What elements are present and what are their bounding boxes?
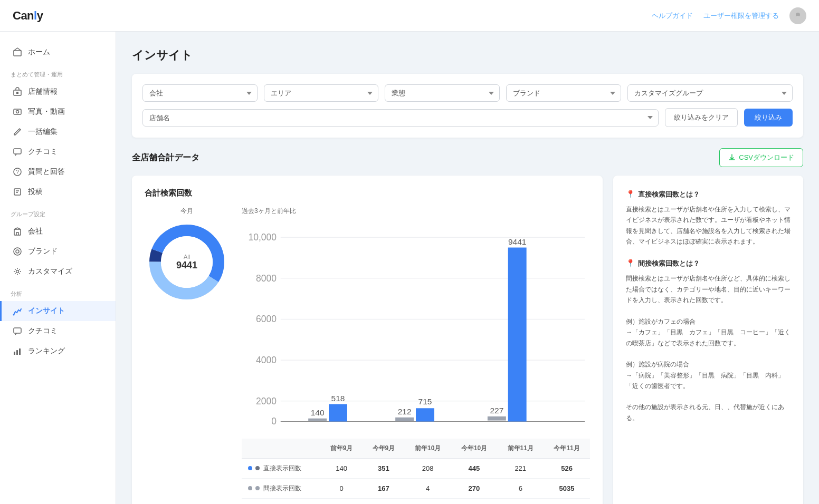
sidebar-ranking-label: ランキング — [28, 346, 65, 356]
sidebar-item-bulk-edit[interactable]: 一括編集 — [0, 122, 116, 142]
svg-text:212: 212 — [398, 407, 412, 416]
svg-text:715: 715 — [418, 397, 432, 406]
current-month-label: 今月 — [180, 207, 193, 216]
sidebar-item-posts[interactable]: 投稿 — [0, 182, 116, 202]
svg-text:2000: 2000 — [256, 396, 277, 406]
info-heading-direct-text: 直接検索回数とは？ — [638, 189, 700, 200]
col-header-prev-sep: 前年9月 — [320, 439, 363, 459]
sidebar-item-photo[interactable]: 写真・動画 — [0, 102, 116, 122]
layout: ホーム まとめて管理・運用 店舗情報 写真・動画 一括編集 — [0, 0, 819, 504]
donut-section: 今月 — [145, 207, 229, 304]
info-text-indirect: 間接検索とはユーザが店舗名や住所など、具体的に検索した場合ではなく、カテゴリーや… — [626, 273, 791, 391]
bar-chart-svg: 10,000 8000 6000 4000 2000 0 — [242, 222, 590, 427]
sidebar-item-qa[interactable]: ? 質問と回答 — [0, 162, 116, 182]
area-select[interactable]: エリア — [264, 84, 379, 102]
info-heading-indirect-text: 間接検索回数とは？ — [638, 258, 700, 269]
svg-rect-4 — [14, 109, 21, 114]
insights-icon — [12, 306, 23, 316]
dot-dark-1 — [255, 466, 260, 470]
info-panel: 📍 直接検索回数とは？ 直接検索とはユーザが店舗名や住所を入力して検索し、マイビ… — [613, 176, 803, 504]
svg-rect-22 — [19, 348, 21, 355]
help-link[interactable]: ヘルプガイド — [652, 11, 693, 21]
sidebar-company-label: 会社 — [28, 227, 43, 236]
sidebar-customize-label: カスタマイズ — [28, 267, 72, 276]
table-row: 直接表示回数 140 351 208 445 221 526 — [242, 459, 590, 479]
clear-filter-button[interactable]: 絞り込みをクリア — [665, 108, 738, 127]
gear-icon — [12, 266, 23, 277]
donut-chart: All 9441 — [145, 220, 229, 304]
svg-rect-19 — [14, 328, 21, 333]
company-select[interactable]: 会社 — [142, 84, 258, 102]
sidebar-reviews-analytics-label: クチコミ — [28, 326, 58, 336]
sidebar-brand-label: ブランド — [28, 247, 58, 256]
cell-r1-v3: 208 — [405, 459, 451, 479]
dot-light-1 — [248, 486, 252, 490]
qa-icon: ? — [12, 167, 23, 177]
chart-card: 合計検索回数 今月 — [132, 176, 603, 504]
sidebar-posts-label: 投稿 — [28, 187, 43, 197]
info-text-other: その他の施設が表示される元、日、、代替施が近くにある。 — [626, 402, 791, 423]
customize-group-select[interactable]: カスタマイズグループ — [627, 84, 793, 102]
ranking-icon — [12, 346, 23, 356]
svg-text:9441: 9441 — [508, 237, 527, 246]
download-icon — [728, 154, 736, 161]
filter-button[interactable]: 絞り込み — [744, 109, 793, 127]
filter-row-1: 会社 エリア 業態 ブランド カスタマイズグループ — [142, 84, 793, 102]
sidebar-item-customize[interactable]: カスタマイズ — [0, 261, 116, 282]
edit-icon — [12, 127, 23, 137]
cell-r2-v1: 0 — [320, 479, 363, 499]
main: インサイト 会社 エリア 業態 ブランド カスタマイズグループ — [116, 32, 819, 504]
svg-rect-6 — [14, 149, 21, 154]
sidebar-item-ranking[interactable]: ランキング — [0, 341, 116, 361]
building-icon — [12, 226, 23, 237]
data-area: 合計検索回数 今月 — [132, 176, 803, 504]
csv-download-button[interactable]: CSVダウンロード — [719, 148, 803, 167]
svg-text:6000: 6000 — [256, 314, 277, 324]
donut-all-label: All — [176, 254, 197, 260]
photo-icon — [12, 106, 23, 117]
svg-rect-50 — [488, 416, 506, 421]
cell-r2-v4: 270 — [451, 479, 498, 499]
info-section-direct: 📍 直接検索回数とは？ 直接検索とはユーザが店舗名や住所を入力して検索し、マイビ… — [626, 188, 791, 247]
svg-text:10,000: 10,000 — [249, 232, 277, 243]
cell-r1-v6: 526 — [544, 459, 590, 479]
filter-row-2: 店舗名 絞り込みをクリア 絞り込み — [142, 108, 793, 127]
avatar[interactable] — [789, 7, 806, 24]
sidebar-item-insights[interactable]: インサイト — [0, 301, 116, 321]
pin-icon-1: 📍 — [626, 188, 635, 201]
cell-r1-v1: 140 — [320, 459, 363, 479]
industry-select[interactable]: 業態 — [385, 84, 500, 102]
table-row: 間接表示回数 0 167 4 270 6 5035 — [242, 479, 590, 499]
sidebar-item-reviews[interactable]: クチコミ — [0, 142, 116, 162]
info-heading-direct: 📍 直接検索回数とは？ — [626, 188, 791, 201]
sidebar-item-company[interactable]: 会社 — [0, 221, 116, 241]
cell-r2-v3: 4 — [405, 479, 451, 499]
svg-point-15 — [14, 248, 21, 255]
info-section-indirect: 📍 間接検索回数とは？ 間接検索とはユーザが店舗名や住所など、具体的に検索した場… — [626, 257, 791, 391]
svg-point-18 — [13, 314, 15, 316]
section-header: 全店舗合計データ CSVダウンロード — [132, 148, 803, 167]
sidebar-item-store-info[interactable]: 店舗情報 — [0, 82, 116, 102]
brand-select[interactable]: ブランド — [506, 84, 621, 102]
svg-rect-51 — [508, 248, 527, 422]
row-2-label: 間接表示回数 — [242, 479, 320, 499]
sidebar-item-brand[interactable]: ブランド — [0, 241, 116, 261]
logo: Canly — [13, 9, 43, 23]
svg-point-17 — [16, 270, 19, 273]
comparison-label: 過去3ヶ月と前年比 — [242, 207, 590, 216]
sidebar-item-home[interactable]: ホーム — [0, 42, 116, 62]
user-manage-link[interactable]: ユーザー権限を管理する — [703, 11, 779, 21]
svg-rect-20 — [14, 352, 15, 355]
svg-text:4000: 4000 — [256, 355, 277, 365]
pin-icon-2: 📍 — [626, 257, 635, 270]
info-heading-indirect: 📍 間接検索回数とは？ — [626, 257, 791, 270]
sidebar-item-reviews-analytics[interactable]: クチコミ — [0, 321, 116, 341]
col-header-label — [242, 439, 320, 459]
svg-text:227: 227 — [490, 406, 503, 415]
chart-content: 今月 — [145, 207, 590, 499]
sidebar-photo-label: 写真・動画 — [28, 107, 65, 117]
store-name-select[interactable]: 店舗名 — [142, 109, 659, 127]
header-right: ヘルプガイド ユーザー権限を管理する — [652, 7, 806, 24]
cell-r1-v4: 445 — [451, 459, 498, 479]
header: Canly ヘルプガイド ユーザー権限を管理する — [0, 0, 819, 32]
